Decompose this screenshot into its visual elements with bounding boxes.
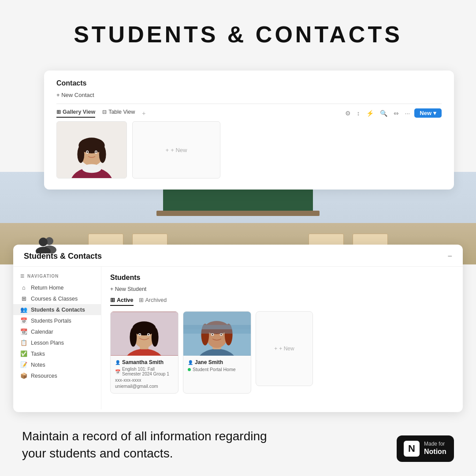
- notion-line: Notion: [424, 447, 446, 457]
- table-view-tab[interactable]: ⊟ Table View: [102, 109, 135, 118]
- made-for-notion-text: Made for Notion: [424, 441, 446, 457]
- toolbar-divider: [56, 104, 442, 104]
- sidebar-item-label-courses: Courses & Classes: [31, 296, 78, 302]
- sidebar-item-notes[interactable]: 📝 Notes: [13, 359, 101, 370]
- gallery-card-1[interactable]: [56, 121, 127, 178]
- bottom-card-header: Students & Contacts −: [13, 245, 463, 267]
- lesson-icon: 📋: [20, 339, 27, 346]
- svg-point-7: [99, 145, 106, 163]
- filter-icon[interactable]: ⚙: [343, 109, 353, 118]
- add-view-button[interactable]: +: [142, 110, 145, 117]
- svg-point-27: [139, 334, 141, 335]
- svg-rect-41: [183, 325, 251, 334]
- tab-archived[interactable]: ⊞ Archived: [139, 297, 167, 306]
- status-dot: [188, 368, 191, 371]
- resize-icon[interactable]: ⇔: [392, 109, 401, 118]
- top-card: Contacts + New Contact ⊞ Gallery View ⊟ …: [44, 71, 454, 190]
- samantha-email: uniemail@gmail.com: [115, 383, 174, 389]
- archived-tab-label: Archived: [145, 297, 167, 303]
- samantha-portrait: [111, 312, 178, 356]
- sidebar-item-resources[interactable]: 📦 Resources: [13, 370, 101, 381]
- samantha-course: 📅 English 101: Fall Semester 2024 Group …: [115, 367, 174, 376]
- sidebar-item-label-calendar: Calendar: [31, 329, 53, 335]
- students-section-title: Students: [110, 274, 454, 282]
- active-tab-icon: ⊞: [110, 297, 115, 303]
- hamburger-icon: ☰: [20, 274, 25, 279]
- gallery-icon: ⊞: [56, 109, 61, 115]
- main-content: Students + New Student ⊞ Active ⊞ Archiv…: [101, 267, 463, 409]
- lightning-icon[interactable]: ⚡: [364, 109, 376, 118]
- sidebar-item-calendar[interactable]: 📆 Calendar: [13, 326, 101, 337]
- jane-portrait: [183, 312, 251, 356]
- new-contact-button[interactable]: + New Contact: [56, 92, 94, 98]
- sidebar-item-lesson-plans[interactable]: 📋 Lesson Plans: [13, 337, 101, 348]
- new-blue-label: New: [420, 110, 431, 116]
- new-blue-chevron: ▾: [433, 110, 436, 116]
- home-icon: ⌂: [20, 284, 27, 291]
- svg-point-38: [212, 334, 213, 335]
- sidebar-item-label-students: Students & Contacts: [31, 307, 85, 313]
- bottom-card-body: ☰ NAVIGATION ⌂ Return Home ⊞ Courses & C…: [13, 267, 463, 409]
- tab-active[interactable]: ⊞ Active: [110, 297, 134, 306]
- bottom-card: Students & Contacts − ☰ NAVIGATION ⌂ Ret…: [13, 245, 463, 412]
- contacts-title: Contacts: [56, 79, 442, 87]
- more-icon[interactable]: ···: [403, 109, 412, 118]
- svg-point-12: [82, 164, 101, 173]
- main-toolbar: + New Student: [110, 286, 454, 292]
- people-icon-container: [35, 236, 62, 256]
- sidebar-nav-header-label: NAVIGATION: [27, 274, 59, 279]
- student-new-icon: +: [274, 346, 277, 352]
- sidebar-item-label-home: Return Home: [31, 285, 63, 291]
- sidebar-item-label-lessons: Lesson Plans: [31, 340, 64, 346]
- svg-point-23: [130, 327, 137, 346]
- search-icon[interactable]: 🔍: [378, 109, 389, 118]
- page-title: STUDENTS & CONTACTS: [0, 0, 476, 58]
- student-photo-jane: [183, 312, 251, 356]
- student-card-jane[interactable]: 👤 Jane Smith Student Portal Home: [183, 311, 251, 394]
- samantha-phone: xxx-xxx-xxxx: [115, 377, 174, 383]
- sidebar-item-courses[interactable]: ⊞ Courses & Classes: [13, 293, 101, 304]
- made-for-line: Made for: [424, 441, 446, 448]
- student-new-card[interactable]: + + New: [256, 311, 313, 386]
- samantha-course-icon: 📅: [115, 369, 120, 374]
- svg-point-28: [148, 334, 149, 335]
- gallery-new-label: + New: [171, 147, 187, 153]
- notion-logo-letter: N: [408, 443, 415, 454]
- sort-icon[interactable]: ↕: [355, 109, 362, 118]
- samantha-name: 👤 Samantha Smith: [115, 359, 174, 365]
- student-photo-samantha: [111, 312, 178, 356]
- people-icon: [35, 236, 57, 253]
- made-for-notion-badge: N Made for Notion: [397, 435, 454, 462]
- student-new-label: + New: [279, 346, 294, 352]
- sidebar-nav-header: ☰ NAVIGATION: [13, 272, 101, 282]
- sidebar-item-label-tasks: Tasks: [31, 351, 45, 357]
- jane-name: 👤 Jane Smith: [188, 359, 246, 365]
- card-actions: ⚙ ↕ ⚡ 🔍 ⇔ ··· New ▾: [343, 108, 442, 118]
- chalkboard-ledge: [156, 211, 320, 216]
- tasks-icon: ✅: [20, 350, 27, 357]
- svg-point-11: [95, 151, 97, 153]
- gallery-view-tab[interactable]: ⊞ Gallery View: [56, 109, 95, 118]
- courses-icon: ⊞: [20, 295, 27, 302]
- jane-name-icon: 👤: [188, 360, 193, 365]
- students-tabs: ⊞ Active ⊞ Archived: [110, 297, 454, 306]
- sidebar-item-tasks[interactable]: ✅ Tasks: [13, 348, 101, 359]
- jane-info: 👤 Jane Smith Student Portal Home: [183, 356, 251, 376]
- minimize-button[interactable]: −: [447, 252, 452, 261]
- active-tab-label: Active: [117, 297, 134, 303]
- samantha-name-icon: 👤: [115, 360, 120, 365]
- resources-icon: 📦: [20, 372, 27, 379]
- notes-icon: 📝: [20, 361, 27, 368]
- sidebar-item-students-contacts[interactable]: 👥 Students & Contacts: [13, 304, 101, 315]
- sidebar-item-portals[interactable]: 📅 Students Portals: [13, 315, 101, 326]
- student-card-samantha[interactable]: 👤 Samantha Smith 📅 English 101: Fall Sem…: [110, 311, 178, 394]
- sidebar: ☰ NAVIGATION ⌂ Return Home ⊞ Courses & C…: [13, 267, 101, 409]
- sidebar-item-return-home[interactable]: ⌂ Return Home: [13, 282, 101, 293]
- new-blue-button[interactable]: New ▾: [414, 108, 442, 118]
- sidebar-item-label-portals: Students Portals: [31, 318, 71, 324]
- samantha-info: 👤 Samantha Smith 📅 English 101: Fall Sem…: [111, 356, 178, 393]
- new-student-button[interactable]: + New Student: [110, 286, 146, 292]
- svg-point-10: [87, 151, 88, 153]
- view-tabs: ⊞ Gallery View ⊟ Table View +: [56, 109, 146, 118]
- gallery-new-card[interactable]: + + New: [132, 121, 220, 178]
